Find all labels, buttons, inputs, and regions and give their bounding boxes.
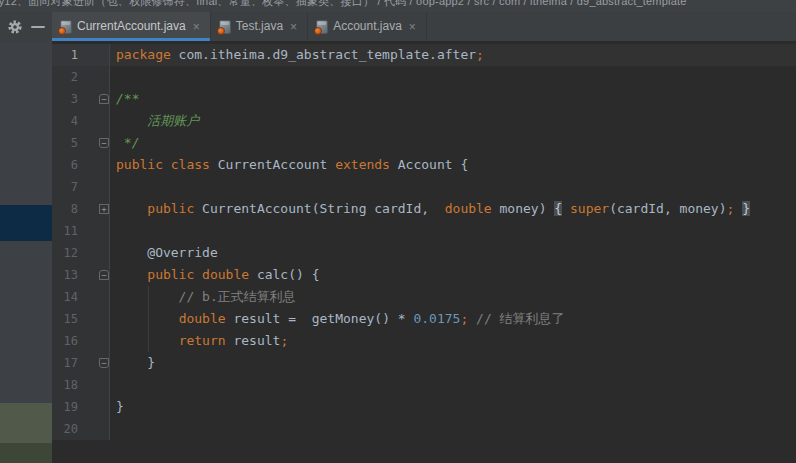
project-panel-fragment[interactable] bbox=[0, 41, 52, 463]
line-number: 17 bbox=[56, 352, 78, 374]
project-panel-highlight-block-dark bbox=[0, 443, 52, 463]
line-number: 1 bbox=[56, 44, 78, 66]
code-lines: 1package com.itheima.d9_abstract_templat… bbox=[52, 44, 796, 440]
code-line-19[interactable]: 19} bbox=[52, 396, 796, 418]
line-number: 5 bbox=[56, 132, 78, 154]
gutter-cell: 12 bbox=[52, 242, 110, 264]
code-line-16[interactable]: 16 return result; bbox=[52, 330, 796, 352]
project-panel-highlight-block bbox=[0, 403, 52, 443]
code-line-5[interactable]: 5− */ bbox=[52, 132, 796, 154]
code-line-7[interactable]: 7 bbox=[52, 176, 796, 198]
gear-icon[interactable] bbox=[7, 19, 23, 35]
modified-dot-icon bbox=[217, 27, 225, 35]
line-number: 16 bbox=[56, 330, 78, 352]
fold-expand-icon[interactable]: + bbox=[99, 204, 109, 214]
code-text: double result = getMoney() * 0.0175; // … bbox=[116, 308, 565, 330]
line-number: 18 bbox=[56, 374, 78, 396]
java-class-icon bbox=[60, 20, 72, 34]
code-line-11[interactable]: 11 bbox=[52, 220, 796, 242]
gutter-cell: 7 bbox=[52, 176, 110, 198]
line-number: 20 bbox=[56, 418, 78, 440]
gutter-cell: 16 bbox=[52, 330, 110, 352]
line-number: 6 bbox=[56, 154, 78, 176]
code-line-15[interactable]: 15 double result = getMoney() * 0.0175; … bbox=[52, 308, 796, 330]
tab-bar-controls bbox=[0, 12, 52, 41]
code-line-8[interactable]: 8+ public CurrentAccount(String cardId, … bbox=[52, 198, 796, 220]
gutter-cell: 6 bbox=[52, 154, 110, 176]
code-line-4[interactable]: 4 活期账户 bbox=[52, 110, 796, 132]
line-number: 8 bbox=[56, 198, 78, 220]
code-line-20[interactable]: 20 bbox=[52, 418, 796, 440]
java-class-icon bbox=[219, 20, 231, 34]
code-line-1[interactable]: 1package com.itheima.d9_abstract_templat… bbox=[52, 44, 796, 66]
line-number: 2 bbox=[56, 66, 78, 88]
tab-label: CurrentAccount.java bbox=[77, 19, 186, 34]
code-line-2[interactable]: 2 bbox=[52, 66, 796, 88]
code-text: @Override bbox=[116, 242, 218, 264]
code-line-17[interactable]: 17− } bbox=[52, 352, 796, 374]
tab-label: Account.java bbox=[333, 19, 402, 34]
breadcrumb: day12、面向对象进阶（包、权限修饰符、final、常量、枚举、抽象类、接口）… bbox=[0, 0, 796, 12]
code-text: package com.itheima.d9_abstract_template… bbox=[116, 44, 484, 66]
gutter-cell: 2 bbox=[52, 66, 110, 88]
line-number: 19 bbox=[56, 396, 78, 418]
fold-toggle-icon[interactable]: − bbox=[99, 94, 109, 104]
tab-label: Test.java bbox=[236, 19, 283, 34]
gutter-cell: 19 bbox=[52, 396, 110, 418]
code-line-3[interactable]: 3−/** bbox=[52, 88, 796, 110]
modified-dot-icon bbox=[58, 27, 66, 35]
project-panel-selected-item bbox=[0, 205, 52, 241]
gutter-cell: 20 bbox=[52, 418, 110, 440]
line-number: 13 bbox=[56, 264, 78, 286]
gutter-cell: 18 bbox=[52, 374, 110, 396]
close-icon[interactable]: × bbox=[288, 20, 298, 33]
gutter-cell: 1 bbox=[52, 44, 110, 66]
code-text: public CurrentAccount(String cardId, dou… bbox=[116, 198, 750, 220]
code-text: */ bbox=[116, 132, 139, 154]
line-number: 7 bbox=[56, 176, 78, 198]
line-number: 12 bbox=[56, 242, 78, 264]
close-icon[interactable]: × bbox=[191, 20, 201, 33]
line-number: 11 bbox=[56, 220, 78, 242]
gutter-cell: 11 bbox=[52, 220, 110, 242]
close-icon[interactable]: × bbox=[407, 20, 417, 33]
code-line-14[interactable]: 14 // b.正式结算利息 bbox=[52, 286, 796, 308]
code-text: } bbox=[116, 396, 124, 418]
line-number: 15 bbox=[56, 308, 78, 330]
tab-account-java[interactable]: Account.java× bbox=[308, 12, 427, 41]
editor-tab-bar: CurrentAccount.java×Test.java×Account.ja… bbox=[0, 12, 796, 41]
code-text: return result; bbox=[116, 330, 288, 352]
code-line-12[interactable]: 12 @Override bbox=[52, 242, 796, 264]
code-text: 活期账户 bbox=[116, 110, 199, 132]
code-line-18[interactable]: 18 bbox=[52, 374, 796, 396]
code-editor[interactable]: 1package com.itheima.d9_abstract_templat… bbox=[52, 41, 796, 463]
code-line-13[interactable]: 13− public double calc() { bbox=[52, 264, 796, 286]
code-text: /** bbox=[116, 88, 139, 110]
code-text: // b.正式结算利息 bbox=[116, 286, 296, 308]
tab-currentaccount-java[interactable]: CurrentAccount.java× bbox=[52, 12, 211, 41]
gutter-cell: 4 bbox=[52, 110, 110, 132]
java-class-icon bbox=[316, 20, 328, 34]
modified-dot-icon bbox=[314, 27, 322, 35]
fold-toggle-icon[interactable]: − bbox=[99, 138, 109, 148]
gutter-cell: 15 bbox=[52, 308, 110, 330]
fold-toggle-icon[interactable]: − bbox=[99, 270, 109, 280]
minimize-icon[interactable] bbox=[31, 26, 45, 28]
code-text: } bbox=[116, 352, 155, 374]
tab-test-java[interactable]: Test.java× bbox=[211, 12, 308, 41]
code-text: public class CurrentAccount extends Acco… bbox=[116, 154, 468, 176]
tabs: CurrentAccount.java×Test.java×Account.ja… bbox=[52, 12, 427, 41]
line-number: 4 bbox=[56, 110, 78, 132]
fold-toggle-icon[interactable]: − bbox=[99, 358, 109, 368]
breadcrumb-text: day12、面向对象进阶（包、权限修饰符、final、常量、枚举、抽象类、接口）… bbox=[0, 0, 687, 9]
gutter-cell: 14 bbox=[52, 286, 110, 308]
line-number: 3 bbox=[56, 88, 78, 110]
code-text: public double calc() { bbox=[116, 264, 320, 286]
line-number: 14 bbox=[56, 286, 78, 308]
ide-window: day12、面向对象进阶（包、权限修饰符、final、常量、枚举、抽象类、接口）… bbox=[0, 0, 796, 463]
code-line-6[interactable]: 6public class CurrentAccount extends Acc… bbox=[52, 154, 796, 176]
